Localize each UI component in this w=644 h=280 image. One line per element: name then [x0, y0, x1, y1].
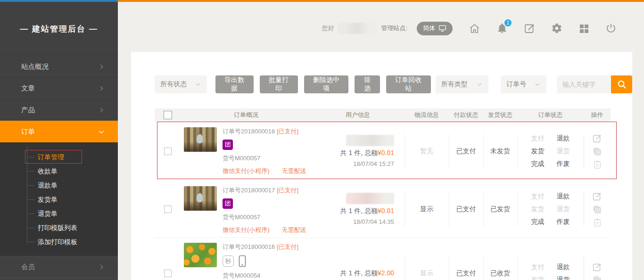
batch-print-button[interactable]: 批量打印 — [260, 75, 298, 93]
edit-icon[interactable] — [592, 262, 602, 272]
copy-icon[interactable] — [592, 205, 602, 214]
delivery-method: 无需配送 — [282, 226, 306, 234]
chevron-right-icon — [99, 85, 105, 91]
product-thumbnail — [184, 186, 217, 211]
sidebar-item-members[interactable]: 会员 — [0, 256, 118, 278]
row-checkbox[interactable] — [164, 148, 172, 155]
row-checkbox[interactable] — [164, 270, 172, 277]
complete-link[interactable]: 完成 — [531, 218, 545, 226]
edit-icon[interactable] — [592, 133, 602, 143]
payment-status: 已支付 — [449, 238, 483, 280]
void-link[interactable]: 作废 — [557, 160, 570, 168]
return-link[interactable]: 退货 — [557, 147, 570, 156]
ship-link[interactable]: 发货 — [531, 276, 545, 280]
table-header-row: 订单概况 用户信息 物流信息 付款状态 发货状态 订单状态 操作 — [155, 108, 611, 122]
search-button[interactable] — [611, 75, 632, 93]
product-thumbnail — [184, 243, 217, 267]
refund-link[interactable]: 退款 — [557, 134, 570, 143]
language-site-pill[interactable]: 简体 — [417, 22, 453, 35]
search-icon — [617, 79, 627, 90]
language-label: 简体 — [423, 24, 435, 33]
paid-tag: [已支付] — [277, 187, 298, 194]
ship-link[interactable]: 发货 — [531, 205, 545, 214]
mobile-phone-icon — [239, 255, 246, 267]
manage-site-label: 管理站点: — [381, 24, 407, 33]
column-header-order-status: 订单状态 — [517, 111, 584, 119]
clipboard-icon[interactable] — [593, 218, 602, 227]
order-summary: 共 1 件, 总额 — [340, 149, 378, 156]
sidebar-item-label: 订单 — [21, 127, 35, 136]
logistics-status: 显示 — [405, 181, 449, 238]
sidebar-item-articles[interactable]: 文章 — [0, 77, 118, 99]
orders-table: 订单概况 用户信息 物流信息 付款状态 发货状态 订单状态 操作 订单号2018… — [155, 108, 611, 280]
submenu-item-add-print-template[interactable]: 添加打印模板 — [0, 235, 118, 249]
sidebar: — 建站管理后台 — 站点概况 文章 产品 订单 订单管理 收款单 退款单 发货… — [0, 2, 118, 280]
flash-sale-badge: 秒 — [223, 255, 234, 267]
copy-icon[interactable] — [592, 275, 602, 280]
order-recycle-bin-button[interactable]: 订单回收站 — [386, 75, 431, 93]
submenu-item-print-template-list[interactable]: 打印模版列表 — [0, 221, 118, 235]
chevron-down-icon — [98, 129, 105, 135]
pay-link[interactable]: 支付 — [531, 263, 545, 272]
refund-link[interactable]: 退款 — [557, 263, 570, 272]
pay-link[interactable]: 支付 — [531, 134, 545, 143]
sidebar-item-orders[interactable]: 订单 — [0, 121, 118, 142]
copy-icon[interactable] — [592, 147, 602, 156]
submenu-item-receipts[interactable]: 收款单 — [0, 164, 118, 178]
row-checkbox[interactable] — [164, 206, 172, 213]
filter-button[interactable]: 筛选 — [355, 75, 380, 93]
redacted-username — [338, 23, 376, 34]
column-header-shipping-status: 发货状态 — [483, 111, 517, 119]
redacted-customer-name — [346, 135, 394, 146]
notification-badge: 1 — [504, 19, 512, 26]
sku-number: 货号M000057 — [223, 213, 306, 222]
type-filter-dropdown[interactable]: 所有类型 — [436, 75, 488, 93]
refund-link[interactable]: 退款 — [557, 192, 570, 201]
group-buy-badge: 团 — [223, 140, 233, 150]
submenu-item-return-orders[interactable]: 退货单 — [0, 206, 118, 221]
search-field-dropdown[interactable]: 订单号 — [501, 75, 546, 93]
pay-link[interactable]: 支付 — [531, 192, 545, 201]
keyword-search-input[interactable] — [557, 75, 611, 93]
submenu-item-order-management[interactable]: 订单管理 — [0, 150, 118, 164]
column-header-logistics: 物流信息 — [405, 111, 449, 119]
paid-tag: [已支付] — [277, 128, 298, 135]
order-amount: ¥2.00 — [378, 269, 394, 277]
chevron-down-icon — [534, 81, 541, 88]
column-header-payment-status: 付款状态 — [449, 111, 483, 119]
power-icon[interactable] — [605, 23, 617, 34]
compose-icon[interactable] — [524, 23, 535, 34]
group-buy-badge: 团 — [223, 198, 233, 209]
status-filter-dropdown[interactable]: 所有状态 — [155, 75, 207, 93]
status-filter-value: 所有状态 — [160, 80, 187, 89]
logistics-status: 暂无 — [405, 122, 449, 181]
return-link[interactable]: 退货 — [557, 276, 570, 280]
sidebar-item-products[interactable]: 产品 — [0, 99, 118, 121]
edit-icon[interactable] — [592, 191, 602, 201]
sidebar-item-label: 文章 — [21, 84, 35, 93]
ship-link[interactable]: 发货 — [531, 147, 545, 156]
gear-icon[interactable] — [551, 23, 562, 34]
select-all-checkbox[interactable] — [164, 111, 172, 119]
clipboard-icon[interactable] — [593, 160, 602, 169]
return-link[interactable]: 退货 — [557, 205, 570, 214]
export-data-button[interactable]: 导出数据 — [215, 75, 254, 93]
delete-selected-button[interactable]: 删除选中项 — [304, 75, 349, 93]
sidebar-item-label: 产品 — [21, 106, 35, 115]
sidebar-item-label: 站点概况 — [21, 62, 49, 71]
product-thumbnail — [184, 127, 217, 152]
order-row: 订单号2018000016 [已支付] 秒 货号M000054 — [155, 238, 611, 280]
bell-icon[interactable]: 1 — [496, 23, 508, 34]
submenu-item-refund-orders[interactable]: 退款单 — [0, 178, 118, 192]
order-summary: 共 1 件, 总额 — [340, 207, 378, 214]
grid-apps-icon[interactable] — [578, 23, 589, 34]
home-icon[interactable] — [469, 23, 480, 34]
complete-link[interactable]: 完成 — [531, 160, 545, 168]
sidebar-item-site-overview[interactable]: 站点概况 — [0, 56, 118, 77]
submenu-item-shipping-orders[interactable]: 发货单 — [0, 192, 118, 206]
greeting-text: 您好 — [322, 24, 334, 33]
order-state-links: 支付 退款 发货 退货 完成 作废 — [517, 181, 584, 238]
search-group — [557, 75, 632, 93]
logistics-status: 显示 — [405, 238, 449, 280]
void-link[interactable]: 作废 — [557, 218, 570, 226]
